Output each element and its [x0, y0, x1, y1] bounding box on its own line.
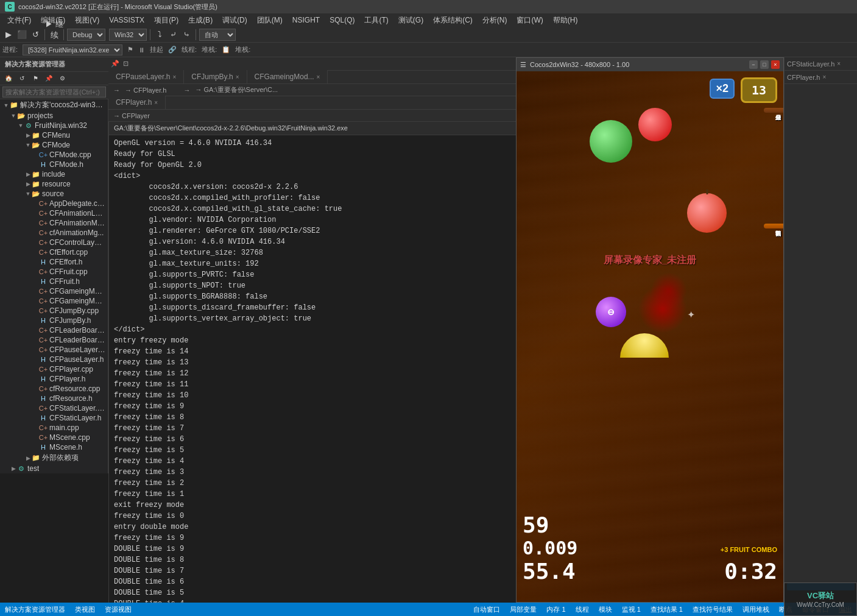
- sidebar-properties-btn[interactable]: ⚙: [56, 73, 68, 85]
- sidebar-item-cfmode[interactable]: ▼ 📂 CFMode: [0, 140, 108, 150]
- menu-build[interactable]: 生成(B): [183, 14, 217, 27]
- close-icon-2[interactable]: ×: [822, 74, 826, 80]
- menu-nsight[interactable]: NSIGHT: [287, 15, 325, 26]
- toolbar-btn-2[interactable]: ⬛: [16, 29, 28, 41]
- sidebar-item-cfgaming1[interactable]: C+ CFGameingMod...: [0, 286, 108, 296]
- sidebar-home-btn[interactable]: 🏠: [2, 73, 15, 85]
- sidebar-item-cfmode-h[interactable]: H CFMode.h: [0, 160, 108, 169]
- sidebar-item-source[interactable]: ▼ 📂 source: [0, 189, 108, 199]
- sidebar-item-cfmenu[interactable]: ▶ 📁 CFMenu: [0, 130, 108, 140]
- sidebar-item-cfstatic-h[interactable]: H CFStaticLayer.h: [0, 413, 108, 423]
- sidebar-item-test[interactable]: ▶ ⚙ test: [0, 464, 108, 473]
- platform-dropdown[interactable]: Win32: [109, 29, 147, 41]
- menu-sql[interactable]: SQL(Q): [325, 15, 359, 26]
- menu-analyze[interactable]: 分析(N): [478, 14, 512, 27]
- status-find-symbol[interactable]: 查找符号结果: [693, 605, 733, 614]
- console-output[interactable]: OpenGL version = 4.6.0 NVIDIA 416.34Read…: [109, 135, 516, 603]
- game-menu-icon[interactable]: ☰: [520, 61, 526, 69]
- sidebar-pin-btn[interactable]: 📌: [43, 73, 55, 85]
- menu-arch[interactable]: 体系结构(C): [428, 14, 478, 27]
- sidebar-item-cfplayer-cpp[interactable]: C+ CFPlayer.cpp: [0, 364, 108, 374]
- sidebar-refresh-btn[interactable]: ↺: [16, 73, 28, 85]
- maximize-btn[interactable]: □: [760, 60, 769, 69]
- sidebar-item-cfeffort-cpp[interactable]: C+ CfEffort.cpp: [0, 247, 108, 257]
- sidebar-item-cffruit-h[interactable]: H CFFruit.h: [0, 277, 108, 286]
- status-modules[interactable]: 模块: [599, 605, 612, 614]
- step-out-btn[interactable]: ⤷: [180, 29, 192, 41]
- close-icon[interactable]: ×: [172, 74, 176, 80]
- status-memory[interactable]: 内存 1: [546, 605, 565, 614]
- sidebar-item-cfgaming2[interactable]: C+ CFGameingMod...: [0, 296, 108, 306]
- status-thread[interactable]: 线程: [576, 605, 589, 614]
- menu-tools[interactable]: 工具(T): [359, 14, 393, 27]
- sidebar-item-cfresource-h[interactable]: H cfResource.h: [0, 394, 108, 403]
- menu-team[interactable]: 团队(M): [252, 14, 287, 27]
- close-icon[interactable]: ×: [317, 74, 320, 80]
- sidebar-item-cffruit-cpp[interactable]: C+ CFFruit.cpp: [0, 267, 108, 277]
- menu-debug[interactable]: 调试(D): [217, 14, 252, 27]
- menu-file[interactable]: 文件(F): [2, 14, 36, 27]
- step-over-btn[interactable]: ⤵: [153, 29, 166, 41]
- sidebar-item-cfjumpby-h[interactable]: H CFJumpBy.h: [0, 316, 108, 325]
- close-icon[interactable]: ×: [154, 99, 158, 106]
- status-auto-window[interactable]: 自动窗口: [473, 605, 500, 614]
- toolbar-btn-threads[interactable]: 🔗: [168, 46, 177, 54]
- sidebar-item-cfplayer-h[interactable]: H CFPlayer.h: [0, 374, 108, 384]
- toolbar-btn-1[interactable]: ▶: [2, 29, 15, 41]
- status-resource-view[interactable]: 资源视图: [105, 605, 132, 614]
- toolbar-continue[interactable]: ▶ 继续(C)▼: [48, 29, 60, 41]
- debug-dropdown[interactable]: Debug: [67, 29, 105, 41]
- menu-view[interactable]: 视图(V): [70, 14, 104, 27]
- sidebar-item-cfjumpby-cpp[interactable]: C+ CFJumpBy.cpp: [0, 306, 108, 316]
- process-dropdown[interactable]: [5328] FruitNinja.win32.exe: [23, 44, 122, 55]
- sidebar-item-cfanimlay[interactable]: C+ CFAnimationLay...: [0, 208, 108, 218]
- close-icon[interactable]: ×: [837, 60, 841, 67]
- sidebar-item-mscene-cpp[interactable]: C+ MScene.cpp: [0, 433, 108, 442]
- sidebar-item-cfanimmg[interactable]: C+ CFAnimationMg...: [0, 218, 108, 228]
- close-btn[interactable]: ×: [771, 60, 780, 69]
- sidebar-item-cfeffort-h[interactable]: H CFEffort.h: [0, 257, 108, 267]
- sidebar-item-cfmode-cpp[interactable]: C+ CFMode.cpp: [0, 150, 108, 160]
- status-solution-explorer[interactable]: 解决方案资源管理器: [5, 605, 65, 614]
- sidebar-item-cfpause-cpp[interactable]: C+ CFPauseLayer.c...: [0, 345, 108, 355]
- status-find-results[interactable]: 查找结果 1: [651, 605, 683, 614]
- step-into-btn[interactable]: ⤶: [167, 29, 179, 41]
- sidebar-item-projects[interactable]: ▼ 📂 projects: [0, 111, 108, 121]
- status-locals[interactable]: 局部变量: [510, 605, 537, 614]
- sidebar-search-input[interactable]: [2, 87, 106, 97]
- close-icon[interactable]: ×: [236, 74, 239, 80]
- sidebar-item-cfpause-h[interactable]: H CFPauseLayer.h: [0, 355, 108, 364]
- toolbar-btn-stack[interactable]: 📋: [222, 46, 230, 54]
- sidebar-item-main[interactable]: C+ main.cpp: [0, 423, 108, 433]
- sidebar-item-include[interactable]: ▶ 📁 include: [0, 169, 108, 179]
- sidebar-item-resource[interactable]: ▶ 📁 resource: [0, 179, 108, 189]
- sidebar-item-cfcontrol[interactable]: C+ CFControlLayer...: [0, 238, 108, 247]
- sidebar-item-cfresource-cpp[interactable]: C+ cfResource.cpp: [0, 384, 108, 394]
- minimize-btn[interactable]: −: [749, 60, 758, 69]
- sidebar-item-appdelegate[interactable]: C+ AppDelegate.cpp: [0, 199, 108, 208]
- sidebar-item-fruitninja[interactable]: ▼ ⚙ FruitNinja.win32: [0, 121, 108, 130]
- menu-project[interactable]: 项目(P): [149, 14, 183, 27]
- menu-window[interactable]: 窗口(W): [512, 14, 548, 27]
- sidebar-filter-btn[interactable]: ⚑: [29, 73, 41, 85]
- tab-cfgaming[interactable]: CFGameingMod... ×: [247, 70, 328, 83]
- status-call-stack[interactable]: 调用堆栈: [742, 605, 769, 614]
- tab-cfjumpby[interactable]: CFJumpBy.h ×: [184, 70, 247, 83]
- auto-dropdown[interactable]: 自动: [199, 29, 236, 41]
- toolbar-btn-3[interactable]: ↺: [29, 29, 41, 41]
- sidebar-item-cfleader2[interactable]: C+ CFLeaderBoard...: [0, 335, 108, 345]
- tab-cfplayer[interactable]: CFPlayer.h ×: [108, 96, 166, 109]
- sidebar-item-external[interactable]: ▶ 📁 外部依赖项: [0, 452, 108, 464]
- sidebar-item-solution[interactable]: ▼ 📁 解决方案'cocos2d-win32.vc2012'(2个项目): [0, 99, 108, 111]
- menu-test[interactable]: 测试(G): [393, 14, 428, 27]
- sidebar-item-cfleader1[interactable]: C+ CFLeaderBoard...: [0, 325, 108, 335]
- toolbar-btn-filter[interactable]: ⚑: [127, 46, 133, 54]
- sidebar-item-cfstatic-cpp[interactable]: C+ CFStaticLayer.cp...: [0, 403, 108, 413]
- menu-help[interactable]: 帮助(H): [548, 14, 583, 27]
- sidebar-item-cfanimmg2[interactable]: C+ cfAnimationMg...: [0, 228, 108, 238]
- menu-vassistx[interactable]: VASSISTX: [104, 15, 149, 26]
- tab-cfpauselayer[interactable]: CFPauseLayer.h ×: [108, 70, 184, 83]
- status-watch[interactable]: 监视 1: [622, 605, 641, 614]
- sidebar-item-mscene-h[interactable]: H MScene.h: [0, 442, 108, 452]
- toolbar-btn-pause[interactable]: ⏸: [138, 46, 145, 54]
